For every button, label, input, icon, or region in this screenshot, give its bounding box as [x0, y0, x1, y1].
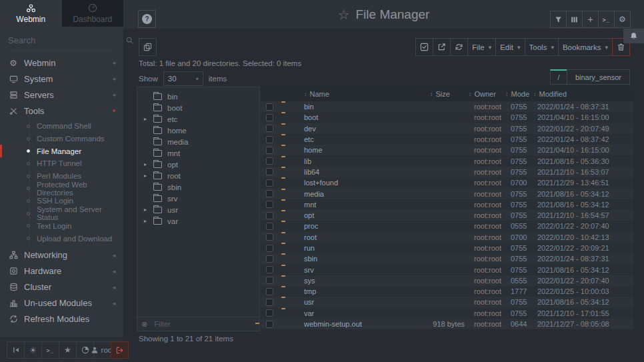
table-row-srv[interactable]: srvroot:root07552021/08/16 - 05:34:12: [261, 264, 633, 275]
table-row-root[interactable]: rootroot:root07002022/01/20 - 10:42:13: [261, 232, 633, 243]
search-input[interactable]: [8, 35, 125, 45]
sidebar-item-command-shell[interactable]: Command Shell: [0, 120, 123, 133]
row-checkbox[interactable]: [266, 277, 273, 284]
expand-arrow-icon[interactable]: ▸: [144, 161, 153, 167]
terminal-button[interactable]: >_: [598, 11, 615, 28]
sidebar-item-custom-commands[interactable]: Custom Commands: [0, 133, 123, 145]
breadcrumb-root-button[interactable]: /: [550, 69, 567, 85]
row-checkbox[interactable]: [266, 201, 273, 208]
star-button[interactable]: ★: [59, 341, 77, 359]
table-row-boot[interactable]: bootroot:root07552021/04/10 - 16:15:00: [261, 112, 633, 123]
expand-arrow-icon[interactable]: ▸: [144, 207, 153, 213]
column-header-name[interactable]: ↕Name: [297, 90, 430, 98]
user-button[interactable]: root: [93, 341, 111, 359]
menu-file[interactable]: File▾: [467, 38, 496, 56]
clear-filter-icon[interactable]: ⊗: [141, 320, 147, 329]
columns-button[interactable]: [566, 11, 583, 28]
row-checkbox[interactable]: [266, 212, 273, 219]
sidebar-section-webmin[interactable]: ⚙Webmin◂: [0, 55, 123, 71]
row-checkbox[interactable]: [266, 309, 273, 317]
tab-webmin[interactable]: Webmin: [0, 0, 62, 27]
row-checkbox[interactable]: [266, 168, 273, 175]
notifications-button[interactable]: [623, 29, 644, 43]
table-row-mnt[interactable]: mntroot:root07552021/08/16 - 05:34:12: [261, 199, 633, 210]
help-button[interactable]: ?: [138, 10, 156, 28]
table-row-var[interactable]: varroot:root07552021/12/10 - 17:01:55: [261, 308, 633, 319]
row-checkbox[interactable]: [266, 190, 273, 197]
table-row-dev[interactable]: devroot:root07552022/01/22 - 20:07:49: [261, 123, 633, 134]
table-row-usr[interactable]: usrroot:root07552021/08/16 - 05:34:12: [261, 297, 633, 307]
sidebar-item-text-login[interactable]: Text Login: [0, 220, 123, 233]
menu-bookmarks[interactable]: Bookmarks▾: [558, 38, 613, 56]
row-checkbox[interactable]: [266, 125, 273, 132]
tree-item-opt[interactable]: ▸opt: [137, 159, 259, 170]
breadcrumb-current-button[interactable]: binary_sensor: [567, 69, 630, 85]
export-button[interactable]: [433, 38, 451, 56]
menu-edit[interactable]: Edit▾: [495, 38, 525, 56]
sidebar-section-cluster[interactable]: Cluster◂: [0, 279, 123, 295]
row-checkbox[interactable]: [266, 114, 273, 121]
expand-arrow-icon[interactable]: ▸: [144, 173, 153, 179]
table-row-lost-found[interactable]: lost+foundroot:root07002021/12/29 - 13:4…: [261, 177, 633, 188]
gear-button[interactable]: ⚙: [614, 11, 631, 28]
tree-item-bin[interactable]: bin: [137, 91, 259, 102]
sidebar-item-file-manager[interactable]: File Manager: [0, 145, 123, 157]
tree-item-srv[interactable]: srv: [137, 193, 259, 204]
sidebar-section-un-used-modules[interactable]: Un-used Modules◂: [0, 295, 123, 311]
row-checkbox[interactable]: [266, 179, 273, 187]
table-row-opt[interactable]: optroot:root07552021/12/10 - 16:54:57: [261, 210, 633, 221]
row-checkbox[interactable]: [266, 245, 273, 252]
row-checkbox[interactable]: [266, 288, 273, 295]
table-row-bin[interactable]: binroot:root07552022/01/24 - 08:37:31: [261, 101, 633, 112]
sidebar-section-servers[interactable]: Servers◂: [0, 87, 123, 103]
tree-item-mnt[interactable]: mnt: [137, 147, 259, 159]
filter-button[interactable]: [550, 11, 567, 28]
tree-item-var[interactable]: ▸var: [137, 215, 259, 227]
tree-item-etc[interactable]: ▸etc: [137, 113, 259, 125]
row-checkbox[interactable]: [266, 321, 273, 328]
select-all-button[interactable]: [415, 38, 433, 56]
sidebar-section-refresh-modules[interactable]: Refresh Modules: [0, 311, 123, 327]
table-row-tmp[interactable]: tmproot:root17772022/01/25 - 10:00:03: [261, 286, 633, 297]
table-row-proc[interactable]: procroot:root05552022/01/22 - 20:07:40: [261, 221, 633, 231]
table-row-lib[interactable]: libroot:root07552021/08/16 - 05:36:30: [261, 155, 633, 166]
sidebar-item-protected-web-directories[interactable]: Protected Web Directories: [0, 182, 123, 195]
column-header-owner[interactable]: ↕Owner: [469, 90, 505, 98]
tree-item-boot[interactable]: boot: [137, 102, 259, 113]
table-row-webmin-setup-out[interactable]: webmin-setup.out918 bytesroot:root064420…: [261, 319, 633, 329]
sidebar-item-system-and-server-status[interactable]: System and Server Status: [0, 207, 123, 220]
terminal-button[interactable]: >_: [41, 341, 59, 359]
expand-arrow-icon[interactable]: ▸: [144, 116, 153, 122]
table-row-media[interactable]: mediaroot:root07552021/08/16 - 05:34:12: [261, 188, 633, 199]
table-row-lib64[interactable]: lib64root:root07552021/12/10 - 16:53:07: [261, 167, 633, 177]
row-checkbox[interactable]: [266, 103, 273, 111]
column-header-mode[interactable]: ↕Mode: [505, 90, 533, 98]
tree-item-sbin[interactable]: sbin: [137, 181, 259, 193]
tree-filter-input[interactable]: [154, 320, 249, 328]
row-checkbox[interactable]: [266, 136, 273, 143]
expand-arrow-icon[interactable]: ▸: [144, 218, 153, 224]
row-checkbox[interactable]: [266, 299, 273, 306]
row-checkbox[interactable]: [266, 223, 273, 230]
plus-button[interactable]: +: [582, 11, 599, 28]
refresh-arrows-button[interactable]: [450, 38, 468, 56]
menu-tools[interactable]: Tools▾: [525, 38, 559, 56]
column-header-modified[interactable]: ↕Modified: [533, 90, 633, 98]
tree-item-media[interactable]: media: [137, 136, 259, 147]
tree-item-home[interactable]: home: [137, 125, 259, 136]
table-row-home[interactable]: homeroot:root07552021/04/10 - 16:15:00: [261, 145, 633, 155]
tree-item-usr[interactable]: ▸usr: [137, 204, 259, 215]
sidebar-item-http-tunnel[interactable]: HTTP Tunnel: [0, 157, 123, 170]
row-checkbox[interactable]: [266, 266, 273, 273]
sidebar-section-tools[interactable]: Tools▾: [0, 103, 123, 119]
sidebar-section-hardware[interactable]: Hardware◂: [0, 263, 123, 279]
table-row-etc[interactable]: etcroot:root07552022/01/24 - 08:37:42: [261, 134, 633, 145]
row-checkbox[interactable]: [266, 233, 273, 241]
sidebar-section-networking[interactable]: Networking◂: [0, 247, 123, 263]
table-row-run[interactable]: runroot:root07552022/01/22 - 20:09:21: [261, 243, 633, 253]
collapse-sidebar-button[interactable]: [7, 341, 25, 359]
tab-dashboard[interactable]: Dashboard: [62, 0, 124, 27]
copy-path-button[interactable]: [139, 38, 157, 56]
table-row-sys[interactable]: sysroot:root05552022/01/22 - 20:07:40: [261, 275, 633, 286]
items-per-page-select[interactable]: 30 ▾: [163, 71, 203, 86]
